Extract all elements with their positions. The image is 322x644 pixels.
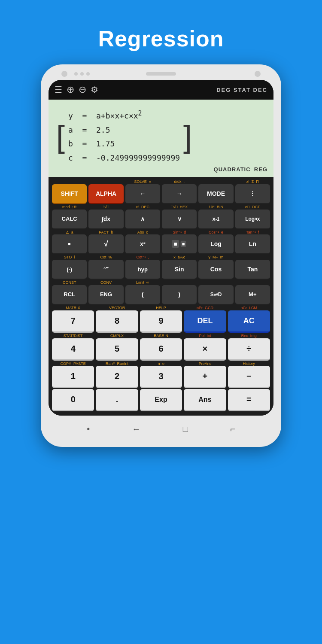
key-5[interactable]: 5 <box>96 338 138 361</box>
key-row-7: 1 2 3 + − <box>52 366 270 388</box>
display-line2: a = 2.5 <box>68 124 180 137</box>
integral-button[interactable]: ∫dx <box>88 210 123 229</box>
label-row-2: ∠ a FACT b Abs c Sin⁻¹ d Cos⁻¹ e Tan⁻¹ f <box>52 230 270 235</box>
front-camera-right <box>255 71 261 77</box>
key-row-3: (-) °‴ hyp Sin Cos Tan <box>52 260 270 279</box>
key-row-6: 4 5 6 × ÷ <box>52 338 270 361</box>
equals-button[interactable]: = <box>228 389 270 411</box>
lparen-button[interactable]: ( <box>125 285 160 305</box>
display-line3: b = 1.75 <box>68 137 180 151</box>
phone-shell: ☰ ⊕ ⊖ ⚙ DEG STAT DEC [ y = a+b×x+c×x2 a … <box>41 64 281 447</box>
eng-button[interactable]: ENG <box>88 285 123 305</box>
lbl-const: CONST <box>52 280 87 285</box>
lbl-preans: PreAns <box>184 361 226 366</box>
calc-keyboard: SOLVE = d/dx : x! Σ Π SHIFT ALPHA ← → MO… <box>49 177 273 416</box>
lbl-sin1-d: Sin⁻¹ d <box>162 230 197 235</box>
label-row-0: SOLVE = d/dx : x! Σ Π <box>52 179 270 184</box>
settings-icon[interactable]: ⚙ <box>91 85 98 95</box>
phone-bottom-bar: • ← □ ⌐ <box>49 419 273 439</box>
key-7[interactable]: 7 <box>52 310 94 333</box>
formula-container: [ y = a+b×x+c×x2 a = 2.5 b = 1.75 c = -0… <box>56 106 266 166</box>
lbl-sto-i: STO i <box>52 255 87 260</box>
lbl-history: History <box>228 361 270 366</box>
add-icon[interactable]: ⊕ <box>67 84 74 95</box>
lbl-npr-gcd: nPr GCD <box>184 306 226 310</box>
nav-recents-icon[interactable]: ⌐ <box>230 424 235 434</box>
rparen-button[interactable]: ) <box>162 285 197 305</box>
dot3 <box>86 72 90 76</box>
fraction-button[interactable]: ▪ <box>52 234 87 254</box>
lbl-solve: SOLVE = <box>125 179 160 184</box>
multiply-button[interactable]: × <box>184 338 226 361</box>
ans-button[interactable]: Ans <box>184 389 226 411</box>
calc-button[interactable]: CALC <box>52 210 87 229</box>
sin-button[interactable]: Sin <box>162 260 197 279</box>
alpha-button[interactable]: ALPHA <box>88 184 123 204</box>
exp-button[interactable]: Exp <box>140 389 182 411</box>
ln-button[interactable]: Ln <box>235 234 270 254</box>
tan-button[interactable]: Tan <box>235 260 270 279</box>
logax-button[interactable]: Logax <box>235 210 270 229</box>
decimal-button[interactable]: . <box>96 389 138 411</box>
key-0[interactable]: 0 <box>52 389 94 411</box>
std-button[interactable]: S⇌D <box>198 285 233 305</box>
minus-button[interactable]: − <box>228 366 270 388</box>
down-caret-button[interactable]: ∨ <box>162 210 197 229</box>
lbl-limit-inf: Limit ∞ <box>125 280 160 285</box>
nav-dot-icon: • <box>87 424 90 434</box>
label-row-3: STO i Cot % Cot⁻¹ , x a%c y M− m <box>52 255 270 260</box>
divide-button[interactable]: ÷ <box>228 338 270 361</box>
left-arrow-button[interactable]: ← <box>125 184 160 204</box>
key-8[interactable]: 8 <box>96 310 138 333</box>
key-6[interactable]: 6 <box>140 338 182 361</box>
calculator-body: ☰ ⊕ ⊖ ⚙ DEG STAT DEC [ y = a+b×x+c×x2 a … <box>49 80 273 416</box>
lbl-mod: mod ↑R <box>52 205 87 210</box>
subtract-icon[interactable]: ⊖ <box>79 84 86 95</box>
degree-button[interactable]: °‴ <box>88 260 123 279</box>
lbl-copy-paste: COPY PASTE <box>52 361 94 366</box>
status-bar: DEG STAT DEC <box>216 87 267 93</box>
cos-button[interactable]: Cos <box>198 260 233 279</box>
negate-button[interactable]: (-) <box>52 260 87 279</box>
right-arrow-button[interactable]: → <box>162 184 197 204</box>
square-button[interactable]: ■ ■ <box>162 234 197 254</box>
rcl-button[interactable]: RCL <box>52 285 87 305</box>
calc-display: [ y = a+b×x+c×x2 a = 2.5 b = 1.75 c = -0… <box>49 100 273 177</box>
key-row-1: CALC ∫dx ∧ ∨ x-1 Logax <box>52 210 270 229</box>
more-button[interactable]: ⋮ <box>235 184 270 204</box>
hyp-button[interactable]: hyp <box>125 260 160 279</box>
lbl-cos1-e: Cos⁻¹ e <box>198 230 233 235</box>
sqrt-button[interactable]: √ <box>88 234 123 254</box>
lbl-cot-pct: Cot % <box>88 255 123 260</box>
key-2[interactable]: 2 <box>96 366 138 388</box>
mode-button[interactable]: MODE <box>198 184 233 204</box>
lbl-ddx: d/dx : <box>162 179 197 184</box>
ac-button[interactable]: AC <box>228 310 270 333</box>
mplus-button[interactable]: M+ <box>235 285 270 305</box>
shift-button[interactable]: SHIFT <box>52 184 87 204</box>
phone-top-bar <box>49 72 273 76</box>
key-4[interactable]: 4 <box>52 338 94 361</box>
key-9[interactable]: 9 <box>140 310 182 333</box>
lbl-abs-c: Abs c <box>125 230 160 235</box>
xsquared-button[interactable]: x² <box>125 234 160 254</box>
label-row-5: MATRIX VECTOR HELP nPr GCD nCr LCM <box>52 306 270 310</box>
label-row-1: mod ↑R ³√□ x³ DEC □√□ HEX 10ˣ BIN e□ OCT <box>52 205 270 210</box>
nav-home-icon[interactable]: □ <box>183 424 188 434</box>
lbl-x3dec: x³ DEC <box>125 205 160 210</box>
key-3[interactable]: 3 <box>140 366 182 388</box>
lbl-rec-intg: Rec Intg <box>228 334 270 338</box>
log-button[interactable]: Log <box>198 234 233 254</box>
up-caret-button[interactable]: ∧ <box>125 210 160 229</box>
key-row-0: SHIFT ALPHA ← → MODE ⋮ <box>52 184 270 204</box>
del-button[interactable]: DEL <box>184 310 226 333</box>
lbl-stat: STAT/DIST <box>52 334 94 338</box>
key-row-4: RCL ENG ( ) S⇌D M+ <box>52 285 270 305</box>
menu-icon[interactable]: ☰ <box>55 85 62 95</box>
nav-back-icon[interactable]: ← <box>132 424 140 434</box>
dot1 <box>74 72 78 76</box>
xinv-button[interactable]: x-1 <box>198 210 233 229</box>
display-mode-label: QUADRATIC_REG <box>214 166 267 173</box>
plus-button[interactable]: + <box>184 366 226 388</box>
key-1[interactable]: 1 <box>52 366 94 388</box>
